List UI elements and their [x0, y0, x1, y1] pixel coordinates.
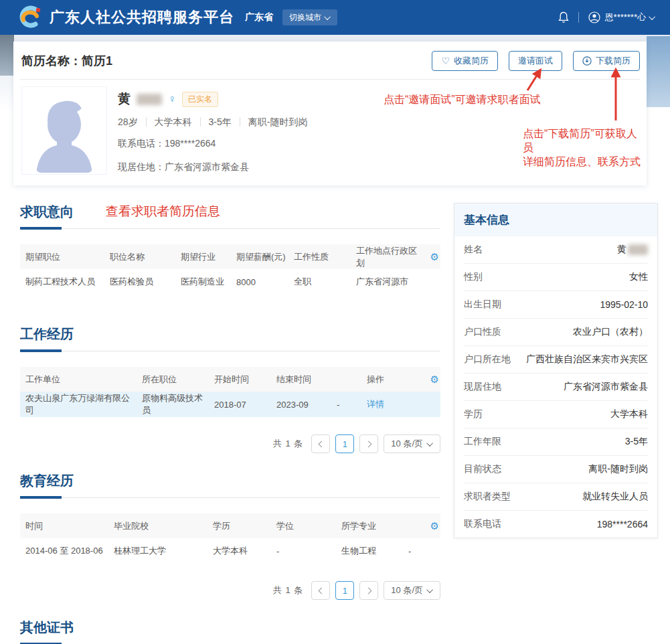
- banner-building-left: [0, 35, 14, 76]
- section-underline: [20, 496, 440, 500]
- view-info-annotation: 查看求职者简历信息: [106, 203, 220, 220]
- col-end-date: 结束时间: [276, 374, 337, 386]
- table-row: 制药工程技术人员 医药检验员 医药制造业 8000 全职 广东省河源市: [20, 269, 440, 295]
- settings-gear-icon[interactable]: ⚙: [430, 374, 440, 386]
- cell-degree-level: 大学本科: [213, 545, 276, 557]
- chevron-down-icon: [426, 440, 433, 447]
- resume-title: 简历名称：简历1: [21, 53, 112, 69]
- region-label: 广东省: [245, 11, 273, 23]
- invite-tip-annotation: 点击“邀请面试”可邀请求职者面试: [384, 92, 541, 106]
- cell-start-date: 2018-07: [214, 400, 276, 410]
- candidate-avatar: [21, 86, 107, 175]
- col-expected-industry: 期望行业: [181, 251, 236, 263]
- download-resume-label: 下载简历: [596, 55, 631, 67]
- switch-city-label: 切换城市: [289, 12, 321, 23]
- col-job-type: 工作性质: [294, 251, 356, 263]
- table-row: 2014-06 至 2018-06 桂林理工大学 大学本科 - 生物工程 -: [20, 538, 440, 564]
- chevron-right-icon: [365, 587, 371, 594]
- table-header-row: 工作单位 所在职位 开始时间 结束时间 操作 ⚙: [20, 367, 440, 392]
- cell-position: 原物料高级技术员: [142, 392, 214, 416]
- info-row-gender: 性别 女性: [464, 264, 648, 291]
- heart-icon: ♡: [441, 56, 450, 66]
- notification-bell-icon[interactable]: [558, 11, 569, 23]
- col-work-region: 工作地点行政区划: [356, 245, 424, 269]
- cell-dash: -: [408, 546, 424, 556]
- page-number-button[interactable]: 1: [335, 434, 354, 453]
- cell-end-date: 2023-09: [276, 400, 337, 410]
- basic-info-title: 基本信息: [454, 204, 657, 236]
- main-content: 求职意向 查看求职者简历信息 期望职位 职位名称 期望行业 期望薪酬(元) 工作…: [0, 185, 670, 644]
- next-page-button[interactable]: [359, 434, 378, 453]
- name-redacted-blur: [137, 94, 162, 105]
- cell-dash: -: [337, 400, 367, 410]
- favorite-resume-label: 收藏简历: [454, 55, 489, 67]
- col-period: 时间: [20, 520, 114, 532]
- col-degree: 学位: [276, 520, 341, 532]
- info-row-residence: 现居住地 广东省河源市紫金县: [464, 374, 648, 401]
- settings-gear-icon[interactable]: ⚙: [430, 520, 440, 532]
- cell-expected-position: 制药工程技术人员: [20, 276, 110, 288]
- col-position-name: 职位名称: [110, 251, 181, 263]
- job-intention-table: 期望职位 职位名称 期望行业 期望薪酬(元) 工作性质 工作地点行政区划 ⚙ 制…: [20, 244, 440, 295]
- candidate-phone: 联系电话：198****2664: [118, 138, 315, 150]
- col-major: 所学专业: [341, 520, 408, 532]
- candidate-tags: 28岁 大学本科 3-5年 离职-随时到岗: [118, 117, 315, 127]
- info-row-birthdate: 出生日期 1995-02-10: [464, 291, 648, 319]
- sidebar: 基本信息 姓名 黄 性别 女性 出生日期 1995-02-10 户口性质 农业户…: [454, 203, 658, 644]
- info-row-name: 姓名 黄: [464, 236, 648, 264]
- verified-badge: 已实名: [182, 92, 218, 107]
- name-redacted-blur: [628, 244, 648, 255]
- download-icon: [582, 56, 592, 66]
- page-size-label: 10 条/页: [391, 584, 423, 596]
- download-resume-button[interactable]: 下载简历: [573, 51, 640, 71]
- download-tip-line2: 详细简历信息、联系方式: [523, 155, 647, 169]
- candidate-name: 黄: [118, 90, 131, 108]
- work-experience-title: 工作经历: [20, 325, 74, 343]
- education-title: 教育经历: [20, 472, 74, 490]
- prev-page-button[interactable]: [311, 581, 330, 600]
- download-tip-annotation: 点击“下载简历”可获取人员 详细简历信息、联系方式: [523, 127, 647, 169]
- page-size-label: 10 条/页: [391, 438, 423, 450]
- info-row-hukou-location: 户口所在地 广西壮族自治区来宾市兴宾区: [464, 346, 648, 374]
- section-job-intention: 求职意向 查看求职者简历信息 期望职位 职位名称 期望行业 期望薪酬(元) 工作…: [20, 203, 440, 295]
- education-pagination: 共 1 条 1 10 条/页: [20, 581, 440, 600]
- header-right: 恩*******心: [558, 11, 655, 23]
- chevron-down-icon: [324, 13, 331, 20]
- table-header-row: 时间 毕业院校 学历 学位 所学专业 ⚙: [20, 513, 440, 538]
- col-employer: 工作单位: [20, 374, 142, 386]
- section-work-experience: 工作经历 工作单位 所在职位 开始时间 结束时间 操作 ⚙ 农夫山泉广东万绿湖有…: [20, 325, 440, 453]
- section-underline: [20, 227, 440, 231]
- table-row: 农夫山泉广东万绿湖有限公司 原物料高级技术员 2018-07 2023-09 -…: [20, 392, 440, 417]
- prev-page-button[interactable]: [311, 434, 330, 453]
- col-school: 毕业院校: [114, 520, 213, 532]
- chevron-left-icon: [318, 587, 325, 594]
- tag-status: 离职-随时到岗: [240, 117, 316, 127]
- app-header: 广东人社公共招聘服务平台 广东省 切换城市 恩*******心: [0, 0, 670, 35]
- switch-city-button[interactable]: 切换城市: [282, 9, 337, 25]
- platform-logo-icon: [15, 5, 44, 30]
- cell-work-region: 广东省河源市: [356, 276, 424, 288]
- detail-link[interactable]: 详情: [367, 398, 424, 410]
- username: 恩*******心: [605, 11, 646, 23]
- section-underline: [20, 349, 440, 353]
- tag-experience: 3-5年: [200, 117, 240, 127]
- chevron-right-icon: [365, 440, 371, 447]
- page-size-select[interactable]: 10 条/页: [384, 581, 440, 600]
- page-size-select[interactable]: 10 条/页: [384, 434, 440, 453]
- download-tip-line1: 点击“下载简历”可获取人员: [523, 127, 647, 155]
- next-page-button[interactable]: [359, 581, 378, 600]
- favorite-resume-button[interactable]: ♡ 收藏简历: [432, 51, 498, 71]
- page-number-button[interactable]: 1: [335, 581, 354, 600]
- settings-gear-icon[interactable]: ⚙: [430, 251, 440, 263]
- invite-interview-button[interactable]: 邀请面试: [509, 51, 562, 71]
- basic-info-card: 基本信息 姓名 黄 性别 女性 出生日期 1995-02-10 户口性质 农业户…: [454, 203, 658, 538]
- info-row-current-status: 目前状态 离职-随时到岗: [464, 456, 648, 483]
- user-menu[interactable]: 恩*******心: [588, 11, 655, 23]
- cell-school: 桂林理工大学: [114, 545, 213, 557]
- education-table: 时间 毕业院校 学历 学位 所学专业 ⚙ 2014-06 至 2018-06 桂…: [20, 513, 440, 564]
- cell-period: 2014-06 至 2018-06: [20, 545, 114, 557]
- total-count: 共 1 条: [273, 438, 303, 450]
- col-degree-level: 学历: [213, 520, 276, 532]
- chevron-down-icon: [426, 586, 433, 593]
- tag-age: 28岁: [118, 117, 146, 127]
